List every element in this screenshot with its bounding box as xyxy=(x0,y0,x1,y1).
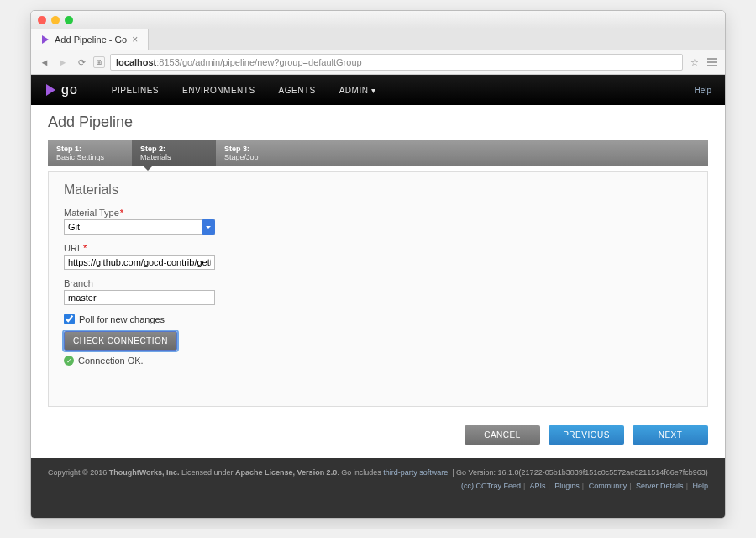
footer-help-link[interactable]: Help xyxy=(692,482,708,490)
content-area: Add Pipeline Step 1: Basic Settings Step… xyxy=(31,105,725,518)
material-type-label: Material Type xyxy=(64,208,692,218)
branch-input[interactable] xyxy=(64,290,215,305)
main-nav: PIPELINES ENVIRONMENTS AGENTS ADMIN ▾ xyxy=(112,86,375,95)
browser-window: Add Pipeline - Go × ◄ ► ⟳ 🗎 localhost:81… xyxy=(30,10,726,519)
cctray-link[interactable]: (cc) CCTray Feed xyxy=(461,482,521,490)
wizard-actions: CANCEL PREVIOUS NEXT xyxy=(31,417,725,458)
browser-tabbar: Add Pipeline - Go × xyxy=(31,29,725,50)
nav-pipelines[interactable]: PIPELINES xyxy=(112,86,159,95)
app-header: go PIPELINES ENVIRONMENTS AGENTS ADMIN ▾… xyxy=(31,75,725,105)
wizard-step-basic-settings[interactable]: Step 1: Basic Settings xyxy=(48,140,132,166)
section-title: Materials xyxy=(64,182,692,198)
apis-link[interactable]: APIs xyxy=(529,482,545,490)
svg-marker-0 xyxy=(42,35,49,44)
tab-title: Add Pipeline - Go xyxy=(55,34,127,45)
forward-icon[interactable]: ► xyxy=(56,55,70,69)
community-link[interactable]: Community xyxy=(589,482,627,490)
mac-titlebar xyxy=(31,11,725,29)
check-connection-button[interactable]: CHECK CONNECTION xyxy=(64,331,177,351)
close-tab-icon[interactable]: × xyxy=(132,34,138,45)
go-favicon-icon xyxy=(41,35,50,44)
url-input[interactable] xyxy=(64,255,215,270)
connection-status: ✓ Connection OK. xyxy=(64,356,692,366)
page-title: Add Pipeline xyxy=(31,105,725,140)
next-button[interactable]: NEXT xyxy=(633,425,708,445)
plugins-link[interactable]: Plugins xyxy=(554,482,580,490)
server-details-link[interactable]: Server Details xyxy=(636,482,684,490)
url-label: URL xyxy=(64,243,692,253)
nav-environments[interactable]: ENVIRONMENTS xyxy=(182,86,255,95)
reload-icon[interactable]: ⟳ xyxy=(75,55,88,69)
wizard-steps: Step 1: Basic Settings Step 2: Materials… xyxy=(48,140,708,166)
success-icon: ✓ xyxy=(64,356,74,366)
poll-checkbox[interactable] xyxy=(64,314,75,324)
url-input[interactable]: localhost:8153/go/admin/pipeline/new?gro… xyxy=(110,54,683,71)
browser-tab[interactable]: Add Pipeline - Go × xyxy=(31,29,149,50)
svg-marker-1 xyxy=(46,84,55,96)
go-logo-icon xyxy=(45,84,56,96)
nav-agents[interactable]: AGENTS xyxy=(279,86,316,95)
maximize-window-icon[interactable] xyxy=(65,16,73,24)
dropdown-arrow-icon[interactable] xyxy=(202,219,215,235)
go-logo[interactable]: go xyxy=(45,82,78,98)
close-window-icon[interactable] xyxy=(38,16,46,24)
previous-button[interactable]: PREVIOUS xyxy=(549,425,624,445)
bookmark-icon[interactable]: ☆ xyxy=(688,55,701,69)
material-type-select[interactable] xyxy=(64,219,215,235)
browser-address-bar: ◄ ► ⟳ 🗎 localhost:8153/go/admin/pipeline… xyxy=(31,50,725,75)
page-info-icon[interactable]: 🗎 xyxy=(93,56,105,68)
branch-label: Branch xyxy=(64,278,692,288)
wizard-step-stage-job[interactable]: Step 3: Stage/Job xyxy=(216,140,300,166)
back-icon[interactable]: ◄ xyxy=(38,55,51,69)
app-footer: Copyright © 2016 ThoughtWorks, Inc. Lice… xyxy=(31,458,725,518)
poll-label: Poll for new changes xyxy=(79,314,165,324)
nav-admin[interactable]: ADMIN ▾ xyxy=(339,86,376,95)
wizard-step-materials[interactable]: Step 2: Materials xyxy=(132,140,216,166)
nav-help[interactable]: Help xyxy=(694,86,711,95)
cancel-button[interactable]: CANCEL xyxy=(465,425,540,445)
materials-panel: Materials Material Type URL Branch Poll … xyxy=(48,171,708,407)
hamburger-menu-icon[interactable] xyxy=(706,56,718,68)
minimize-window-icon[interactable] xyxy=(51,16,60,24)
third-party-link[interactable]: third-party software xyxy=(383,468,448,477)
